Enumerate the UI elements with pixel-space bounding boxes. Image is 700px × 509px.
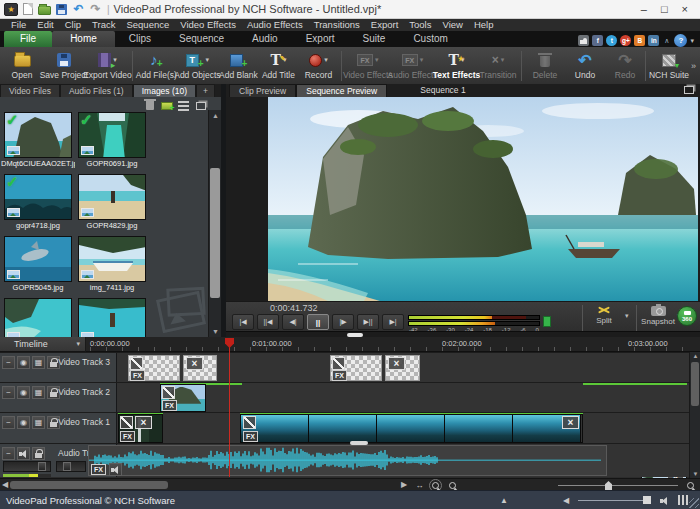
clip-audio-icon[interactable] xyxy=(109,463,122,476)
thumbnail-boat[interactable] xyxy=(78,236,146,282)
text-effects-button[interactable]: T★▾ Text Effects xyxy=(435,49,478,83)
fx-badge[interactable]: FX xyxy=(243,431,258,442)
export-video-button[interactable]: ▾ Export Video xyxy=(86,49,130,83)
audio-effects-button[interactable]: FX▾ Audio Effects xyxy=(390,49,435,83)
collapse-track-icon[interactable]: − xyxy=(2,416,15,429)
dropdown-icon[interactable]: ▾ xyxy=(324,56,328,64)
tab-video-files[interactable]: Video Files xyxy=(0,84,60,97)
zoom-out-icon[interactable] xyxy=(446,480,459,490)
lock-track-icon[interactable] xyxy=(32,447,45,460)
collapse-track-icon[interactable]: − xyxy=(2,386,15,399)
help-dropdown-icon[interactable]: ▾ xyxy=(690,37,694,45)
ribbon-tab-sequence[interactable]: Sequence xyxy=(165,31,238,47)
track-visibility-icon[interactable]: ◉ xyxy=(17,416,30,429)
crossfade-badge-icon[interactable]: × xyxy=(135,416,152,429)
media-item[interactable]: GOPR4829.jpg xyxy=(78,174,148,231)
timeline-menu-button[interactable]: Timeline ▾ xyxy=(0,337,86,352)
speaker-icon[interactable] xyxy=(660,496,670,505)
help-button[interactable]: ? xyxy=(674,34,687,47)
scroll-down-icon[interactable]: ▼ xyxy=(690,471,700,477)
timeline-clip-image[interactable]: × FX xyxy=(118,414,163,443)
zoom-in-icon[interactable] xyxy=(684,480,697,490)
tab-images[interactable]: Images (10) xyxy=(133,84,196,97)
fx-badge[interactable]: FX xyxy=(91,464,106,475)
go-to-end-button[interactable]: ▶| xyxy=(382,314,404,330)
track-pan-slider[interactable] xyxy=(56,461,86,472)
playhead-line[interactable] xyxy=(229,338,230,477)
fade-badge-icon[interactable] xyxy=(162,386,175,399)
track-resize-handle[interactable] xyxy=(350,441,368,445)
timeline-clip-reef[interactable]: FX × xyxy=(240,414,583,443)
add-folder-icon[interactable] xyxy=(160,99,173,112)
menu-export[interactable]: Export xyxy=(366,19,403,31)
dropdown-icon[interactable]: ▾ xyxy=(206,56,210,64)
add-title-button[interactable]: T✎▾ Add Title xyxy=(258,49,298,83)
thumbnail-reef[interactable]: ✓ xyxy=(4,174,72,220)
collapse-track-icon[interactable]: − xyxy=(2,447,15,460)
open-button[interactable]: Open xyxy=(2,49,42,83)
ribbon-tab-clips[interactable]: Clips xyxy=(115,31,165,47)
expand-panel-icon[interactable]: ▲ xyxy=(500,496,508,505)
add-blank-button[interactable]: + Add Blank xyxy=(218,49,258,83)
ribbon-tab-custom[interactable]: Custom xyxy=(399,31,461,47)
linkedin-icon[interactable]: in xyxy=(648,35,659,46)
resize-grip[interactable] xyxy=(689,498,699,508)
collapse-ribbon-icon[interactable]: ∧ xyxy=(664,37,669,45)
close-button[interactable]: × xyxy=(682,1,688,18)
media-scrollbar[interactable]: ▲ ▼ xyxy=(208,110,221,337)
fade-badge-icon[interactable] xyxy=(332,357,345,370)
fade-badge-icon[interactable] xyxy=(120,416,133,429)
tab-add-bin[interactable]: + xyxy=(196,84,215,97)
volume-slider[interactable] xyxy=(578,500,648,501)
mute-track-icon[interactable] xyxy=(17,447,30,460)
menu-video-effects[interactable]: Video Effects xyxy=(175,19,241,31)
menu-sequence[interactable]: Sequence xyxy=(121,19,174,31)
thumbnail-lagoon[interactable]: ✓ xyxy=(78,112,146,158)
ribbon-tab-file[interactable]: File xyxy=(4,31,52,47)
ribbon-tab-suite[interactable]: Suite xyxy=(349,31,400,47)
facebook-icon[interactable]: f xyxy=(592,35,603,46)
delete-button[interactable]: Delete xyxy=(525,49,565,83)
open-project-icon[interactable] xyxy=(37,2,52,16)
menu-help[interactable]: Help xyxy=(469,19,499,31)
next-clip-button[interactable]: ▶|| xyxy=(357,314,379,330)
delete-media-icon[interactable] xyxy=(143,99,156,112)
menu-clip[interactable]: Clip xyxy=(60,19,86,31)
menu-edit[interactable]: Edit xyxy=(32,19,58,31)
timeline-ruler[interactable]: 0:00:00.000 0:01:00.000 0:02:00.000 0:03… xyxy=(86,337,700,352)
like-icon[interactable] xyxy=(578,35,589,46)
slider-knob[interactable] xyxy=(38,462,46,471)
minimize-button[interactable]: – xyxy=(641,1,647,18)
collapse-track-icon[interactable]: − xyxy=(2,356,15,369)
redo-button[interactable]: ↷ Redo xyxy=(605,49,645,83)
googleplus-icon[interactable]: g+ xyxy=(620,35,631,46)
split-button[interactable]: Split xyxy=(586,304,622,325)
timeline-clip-blank[interactable]: × xyxy=(183,355,217,381)
split-dropdown-icon[interactable]: ▾ xyxy=(625,312,629,320)
track-visibility-icon[interactable]: ◉ xyxy=(17,386,30,399)
menu-audio-effects[interactable]: Audio Effects xyxy=(242,19,308,31)
previous-clip-button[interactable]: ||◀ xyxy=(257,314,279,330)
slider-knob[interactable] xyxy=(63,462,71,471)
zoom-slider[interactable] xyxy=(558,485,678,486)
media-item[interactable]: GOPR5045.jpg xyxy=(4,236,74,293)
save-project-button[interactable]: Save Project xyxy=(42,49,86,83)
thumbnail-beach-walk[interactable] xyxy=(78,174,146,220)
thumbnail-dolphin[interactable] xyxy=(4,236,72,282)
thumbnail-lagoon-cliff[interactable] xyxy=(4,298,72,337)
media-item[interactable]: img_7411.jpg xyxy=(78,236,148,293)
menu-view[interactable]: View xyxy=(437,19,467,31)
fx-badge[interactable]: FX xyxy=(130,370,145,381)
crossfade-badge-icon[interactable]: × xyxy=(562,416,579,429)
fade-badge-icon[interactable] xyxy=(130,357,143,370)
bound-clips-icon[interactable]: ▦ xyxy=(32,386,45,399)
timeline-clip-blank[interactable]: FX xyxy=(128,355,180,381)
transition-button[interactable]: ×▾ Transition xyxy=(478,49,518,83)
media-item[interactable]: ✓ DMqt6CIUEAAO2ET.jpg xyxy=(4,112,74,169)
fx-badge[interactable]: FX xyxy=(332,370,347,381)
add-files-button[interactable]: ♪+ Add File(s) xyxy=(136,49,176,83)
save-project-icon[interactable] xyxy=(54,2,69,16)
new-project-icon[interactable] xyxy=(20,2,35,16)
bound-clips-icon[interactable]: ▦ xyxy=(32,356,45,369)
video-preview[interactable] xyxy=(226,97,700,301)
